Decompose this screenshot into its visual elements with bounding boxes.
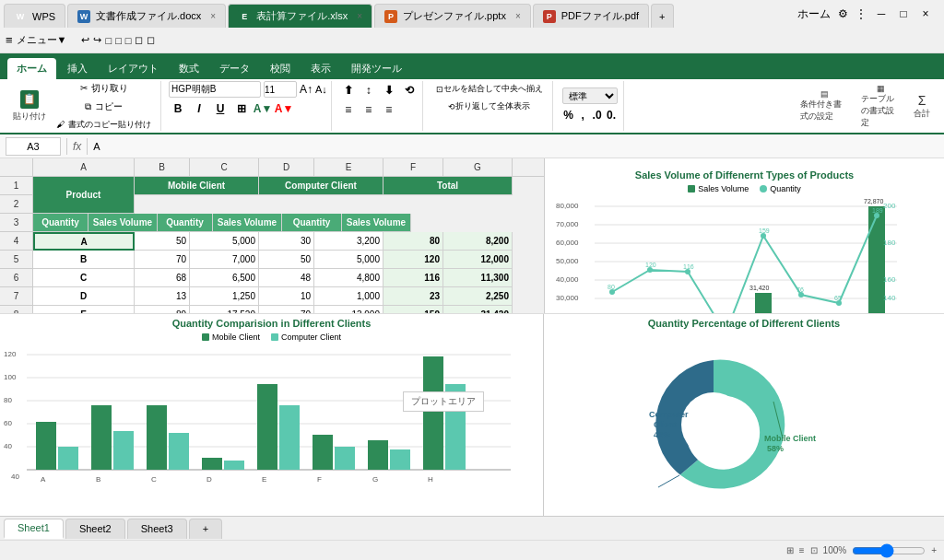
tab-word-close[interactable]: × xyxy=(210,11,216,21)
tab-wps[interactable]: W WPS xyxy=(4,4,65,28)
col-header-d[interactable]: D xyxy=(259,158,314,176)
add-sheet-btn[interactable]: + xyxy=(189,519,222,539)
grid-data-row-1[interactable]: B 70 7,000 50 5,000 120 12,000 xyxy=(33,251,513,269)
dec-dec-btn[interactable]: 0. xyxy=(605,106,618,124)
ribbon-tab-review[interactable]: 校閲 xyxy=(261,58,300,79)
ellipsis-icon[interactable]: ⋮ xyxy=(856,7,867,20)
sum-btn[interactable]: Σ 合計 xyxy=(909,91,935,122)
cell-comp-qty[interactable]: 10 xyxy=(259,287,314,306)
tab-excel[interactable]: E 表計算ファイル.xlsx × xyxy=(228,4,372,28)
close-btn[interactable]: × xyxy=(918,6,933,21)
cell-mob-vol[interactable]: 7,000 xyxy=(190,251,259,269)
tab-excel-close[interactable]: × xyxy=(357,11,362,21)
cell-comp-qty[interactable]: 48 xyxy=(259,269,314,287)
settings-icon[interactable]: ⚙ xyxy=(838,7,848,20)
view-zoom-icon[interactable]: ⊡ xyxy=(810,545,818,555)
cell-mob-vol[interactable]: 5,000 xyxy=(190,232,259,251)
cell-mob-qty[interactable]: 70 xyxy=(135,251,190,269)
fill-color-btn[interactable]: A▼ xyxy=(254,99,272,118)
zoom-plus-btn[interactable]: + xyxy=(931,545,937,555)
cell-mob-qty[interactable]: 13 xyxy=(135,287,190,306)
zoom-out-btn[interactable]: ◻ xyxy=(147,34,155,46)
col-header-a[interactable]: A xyxy=(33,158,135,176)
menu-label[interactable]: メニュー▼ xyxy=(17,33,67,47)
cell-comp-vol[interactable]: 5,000 xyxy=(314,251,384,269)
align-middle-btn[interactable]: ↕ xyxy=(360,81,378,99)
font-name-input[interactable] xyxy=(169,81,261,98)
view-grid-icon[interactable]: ⊞ xyxy=(786,545,794,555)
cell-comp-qty[interactable]: 30 xyxy=(259,232,314,251)
cell-tot-vol[interactable]: 31,420 xyxy=(443,306,513,313)
sheet-tab-3[interactable]: Sheet3 xyxy=(127,519,187,539)
print-btn[interactable]: □ xyxy=(115,35,122,46)
cell-tot-vol[interactable]: 12,000 xyxy=(443,251,513,269)
cut-btn[interactable]: ✂ 切り取り xyxy=(53,80,155,97)
wrap-btn[interactable]: ⟲ 折り返して全体表示 xyxy=(444,99,534,114)
cell-comp-vol[interactable]: 13,900 xyxy=(314,306,384,313)
view-lines-icon[interactable]: ≡ xyxy=(799,545,805,555)
col-header-e[interactable]: E xyxy=(314,158,384,176)
align-bottom-btn[interactable]: ⬇ xyxy=(380,81,398,99)
italic-btn[interactable]: I xyxy=(190,99,208,118)
maximize-btn[interactable]: □ xyxy=(896,6,911,21)
dec-inc-btn[interactable]: .0 xyxy=(591,106,604,124)
font-color-btn[interactable]: A▼ xyxy=(275,99,293,118)
cell-tot-qty[interactable]: 23 xyxy=(384,287,443,306)
cell-mob-vol[interactable]: 17,520 xyxy=(190,306,259,313)
grid-data-row-4[interactable]: E 89 17,520 70 13,900 159 31,420 xyxy=(33,306,513,313)
grid-data-row-0[interactable]: A 50 5,000 30 3,200 80 8,200 xyxy=(33,232,513,251)
formula-input[interactable] xyxy=(93,141,938,152)
align-right-btn[interactable]: ≡ xyxy=(380,100,398,119)
table-format-btn[interactable]: ▦ テーブルの書式設定 xyxy=(857,82,903,131)
cell-comp-vol[interactable]: 1,000 xyxy=(314,287,384,306)
cell-ref-input[interactable] xyxy=(6,137,61,156)
underline-btn[interactable]: U xyxy=(211,99,230,118)
menu-hamburger[interactable]: ≡ xyxy=(6,33,13,47)
cell-comp-qty[interactable]: 50 xyxy=(259,251,314,269)
cell-tot-qty[interactable]: 159 xyxy=(384,306,443,313)
format-copy-btn[interactable]: 🖌 書式のコピー貼り付け xyxy=(53,117,155,133)
cell-comp-qty[interactable]: 70 xyxy=(259,306,314,313)
font-shrink-icon[interactable]: A↓ xyxy=(315,84,327,95)
font-grow-icon[interactable]: A↑ xyxy=(300,83,313,96)
cell-mob-vol[interactable]: 6,500 xyxy=(190,269,259,287)
cell-mob-qty[interactable]: 89 xyxy=(135,306,190,313)
cell-tot-qty[interactable]: 120 xyxy=(384,251,443,269)
align-left-btn[interactable]: ≡ xyxy=(339,100,358,119)
comma-btn[interactable]: , xyxy=(576,106,589,124)
ribbon-tab-data[interactable]: データ xyxy=(210,58,259,79)
cell-product[interactable]: E xyxy=(33,306,135,313)
merge-btn[interactable]: ⊡ セルを結合して中央へ揃え xyxy=(432,81,547,97)
save-btn[interactable]: □ xyxy=(105,35,112,46)
wrap-text-btn[interactable]: ⟲ xyxy=(400,81,419,99)
cell-comp-vol[interactable]: 3,200 xyxy=(314,232,384,251)
grid-data-row-2[interactable]: C 68 6,500 48 4,800 116 11,300 xyxy=(33,269,513,287)
tab-ppt[interactable]: P プレゼンファイル.pptx × xyxy=(374,4,531,28)
align-top-btn[interactable]: ⬆ xyxy=(339,81,358,99)
bold-btn[interactable]: B xyxy=(169,99,187,118)
col-header-b[interactable]: B xyxy=(135,158,190,176)
pct-btn[interactable]: % xyxy=(562,106,575,124)
tab-ppt-close[interactable]: × xyxy=(515,11,521,21)
col-header-c[interactable]: C xyxy=(190,158,259,176)
cell-product[interactable]: D xyxy=(33,287,135,306)
number-format-select[interactable]: 標準 xyxy=(562,88,618,104)
border-btn[interactable]: ⊞ xyxy=(232,99,251,118)
tab-pdf[interactable]: P PDFファイル.pdf xyxy=(533,4,649,28)
ribbon-tab-view[interactable]: 表示 xyxy=(301,58,340,79)
conditional-format-btn[interactable]: ▤ 条件付き書式の設定 xyxy=(796,88,852,124)
grid-data-row-3[interactable]: D 13 1,250 10 1,000 23 2,250 xyxy=(33,287,513,306)
cell-comp-vol[interactable]: 4,800 xyxy=(314,269,384,287)
cell-tot-vol[interactable]: 2,250 xyxy=(443,287,513,306)
cell-product[interactable]: B xyxy=(33,251,135,269)
col-header-g[interactable]: G xyxy=(443,158,513,176)
cell-mob-qty[interactable]: 50 xyxy=(135,232,190,251)
align-center-btn[interactable]: ≡ xyxy=(360,100,378,119)
redo-btn[interactable]: ↪ xyxy=(93,34,101,46)
cell-mob-qty[interactable]: 68 xyxy=(135,269,190,287)
sheet-tab-2[interactable]: Sheet2 xyxy=(65,519,125,539)
ribbon-tab-home[interactable]: ホーム xyxy=(7,58,56,79)
col-header-f[interactable]: F xyxy=(384,158,443,176)
cell-mob-vol[interactable]: 1,250 xyxy=(190,287,259,306)
cell-tot-qty[interactable]: 116 xyxy=(384,269,443,287)
